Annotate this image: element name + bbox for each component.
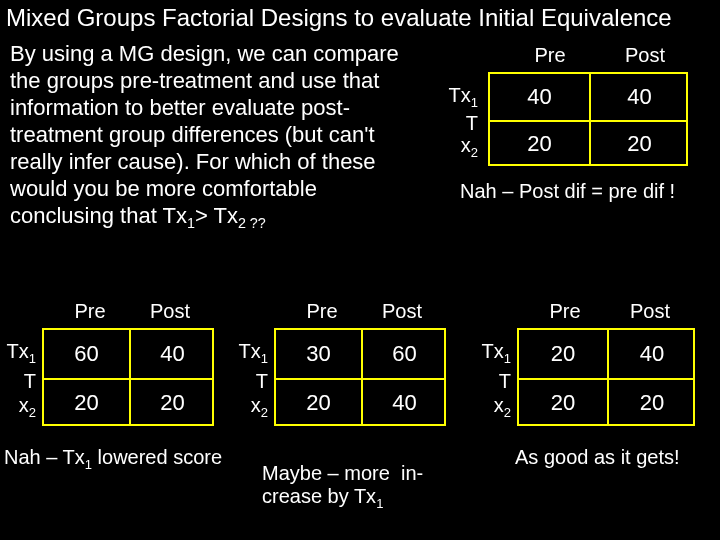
col-header-post: Post [615,300,685,323]
row-label-tx1: Tx1 [469,340,511,366]
table-grid: 60 40 20 20 [42,328,214,426]
col-header-pre: Pre [55,300,125,323]
col-header-post: Post [135,300,205,323]
table-bottom-right: Pre Post Tx1 T x2 20 40 20 20 As good as… [475,300,715,500]
slide-title: Mixed Groups Factorial Designs to evalua… [6,4,714,32]
cell-r1c1: 40 [490,74,589,120]
cell-r1c2: 40 [609,330,695,378]
slide: Mixed Groups Factorial Designs to evalua… [0,0,720,540]
cell-r1c2: 40 [131,330,214,378]
cell-r1c1: 60 [44,330,129,378]
table-bottom-center: Pre Post Tx1 T x2 30 60 20 40 Maybe – mo… [232,300,462,530]
cell-r2c2: 20 [609,380,695,426]
col-header-pre: Pre [510,44,590,67]
row-label-x2: x2 [469,394,511,420]
cell-r1c1: 20 [519,330,607,378]
cell-r2c2: 20 [131,380,214,426]
col-header-post: Post [367,300,437,323]
cell-r2c2: 20 [591,122,688,166]
table-bottom-left: Pre Post Tx1 T x2 60 40 20 20 Nah – Tx1 … [0,300,230,500]
cell-r1c2: 40 [591,74,688,120]
col-header-post: Post [605,44,685,67]
row-label-x2: x2 [226,394,268,420]
table-caption: Nah – Tx1 lowered score [4,446,244,476]
table-grid: 20 40 20 20 [517,328,695,426]
row-label-T: T [430,112,478,135]
table-caption: Nah – Post dif = pre dif ! [460,180,720,203]
table-grid: 40 40 20 20 [488,72,688,166]
row-label-tx1: Tx1 [430,84,478,110]
table-caption: As good as it gets! [515,446,720,469]
row-label-x2: x2 [430,134,478,160]
row-label-T: T [469,370,511,393]
col-header-pre: Pre [287,300,357,323]
row-label-x2: x2 [0,394,36,420]
body-paragraph: By using a MG design, we can compare the… [10,40,410,237]
row-label-tx1: Tx1 [226,340,268,366]
cell-r1c2: 60 [363,330,446,378]
table-top-right: Pre Post Tx1 T x2 40 40 20 20 Nah – Post… [430,44,700,244]
row-label-T: T [0,370,36,393]
cell-r2c1: 20 [519,380,607,426]
cell-r2c1: 20 [276,380,361,426]
cell-r1c1: 30 [276,330,361,378]
row-label-tx1: Tx1 [0,340,36,366]
table-grid: 30 60 20 40 [274,328,446,426]
cell-r2c1: 20 [44,380,129,426]
row-label-T: T [226,370,268,393]
cell-r2c1: 20 [490,122,589,166]
col-header-pre: Pre [530,300,600,323]
table-caption: Maybe – more in-crease by Tx1 [262,462,472,515]
cell-r2c2: 40 [363,380,446,426]
